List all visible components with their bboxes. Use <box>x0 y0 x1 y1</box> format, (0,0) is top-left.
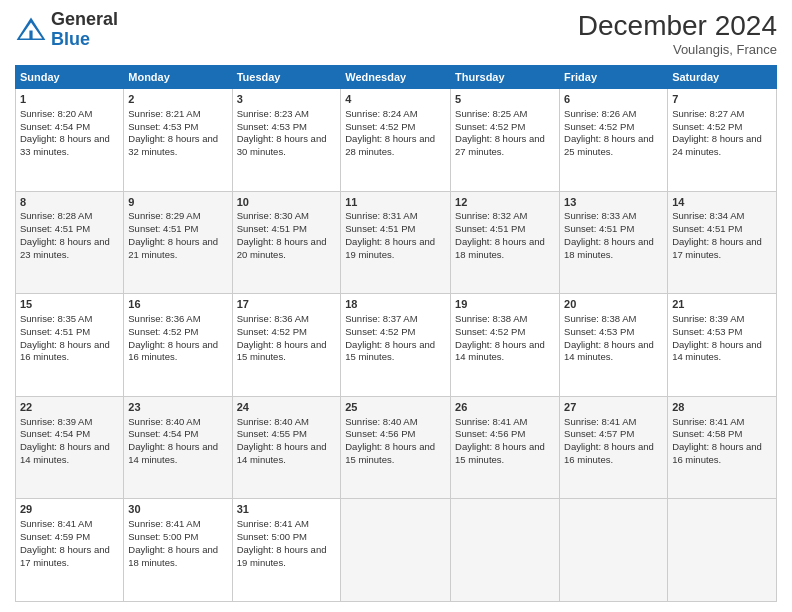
sunrise-text: Sunrise: 8:38 AM <box>564 313 636 324</box>
calendar-cell: 17Sunrise: 8:36 AMSunset: 4:52 PMDayligh… <box>232 294 341 397</box>
sunrise-text: Sunrise: 8:29 AM <box>128 210 200 221</box>
day-number: 17 <box>237 297 337 312</box>
sunrise-text: Sunrise: 8:32 AM <box>455 210 527 221</box>
day-number: 27 <box>564 400 663 415</box>
calendar-cell: 19Sunrise: 8:38 AMSunset: 4:52 PMDayligh… <box>451 294 560 397</box>
day-number: 23 <box>128 400 227 415</box>
calendar-cell: 5Sunrise: 8:25 AMSunset: 4:52 PMDaylight… <box>451 89 560 192</box>
sunset-text: Sunset: 4:52 PM <box>455 121 525 132</box>
calendar-cell <box>451 499 560 602</box>
day-number: 5 <box>455 92 555 107</box>
daylight-text: Daylight: 8 hours and 16 minutes. <box>128 339 218 363</box>
calendar-week-1: 1Sunrise: 8:20 AMSunset: 4:54 PMDaylight… <box>16 89 777 192</box>
sunset-text: Sunset: 4:54 PM <box>128 428 198 439</box>
sunset-text: Sunset: 4:55 PM <box>237 428 307 439</box>
daylight-text: Daylight: 8 hours and 18 minutes. <box>564 236 654 260</box>
calendar-cell: 30Sunrise: 8:41 AMSunset: 5:00 PMDayligh… <box>124 499 232 602</box>
sunset-text: Sunset: 4:51 PM <box>237 223 307 234</box>
daylight-text: Daylight: 8 hours and 15 minutes. <box>345 339 435 363</box>
calendar-cell: 23Sunrise: 8:40 AMSunset: 4:54 PMDayligh… <box>124 396 232 499</box>
day-number: 8 <box>20 195 119 210</box>
calendar-cell: 12Sunrise: 8:32 AMSunset: 4:51 PMDayligh… <box>451 191 560 294</box>
calendar-cell: 16Sunrise: 8:36 AMSunset: 4:52 PMDayligh… <box>124 294 232 397</box>
daylight-text: Daylight: 8 hours and 19 minutes. <box>237 544 327 568</box>
sunset-text: Sunset: 4:59 PM <box>20 531 90 542</box>
daylight-text: Daylight: 8 hours and 16 minutes. <box>672 441 762 465</box>
logo-icon <box>15 16 47 44</box>
day-number: 3 <box>237 92 337 107</box>
sunset-text: Sunset: 4:56 PM <box>455 428 525 439</box>
calendar-cell: 20Sunrise: 8:38 AMSunset: 4:53 PMDayligh… <box>560 294 668 397</box>
day-number: 4 <box>345 92 446 107</box>
calendar-cell: 25Sunrise: 8:40 AMSunset: 4:56 PMDayligh… <box>341 396 451 499</box>
location: Voulangis, France <box>578 42 777 57</box>
daylight-text: Daylight: 8 hours and 16 minutes. <box>20 339 110 363</box>
calendar: Sunday Monday Tuesday Wednesday Thursday… <box>15 65 777 602</box>
day-number: 13 <box>564 195 663 210</box>
daylight-text: Daylight: 8 hours and 20 minutes. <box>237 236 327 260</box>
sunset-text: Sunset: 4:52 PM <box>128 326 198 337</box>
daylight-text: Daylight: 8 hours and 15 minutes. <box>345 441 435 465</box>
sunset-text: Sunset: 5:00 PM <box>128 531 198 542</box>
sunset-text: Sunset: 4:53 PM <box>128 121 198 132</box>
sunrise-text: Sunrise: 8:36 AM <box>128 313 200 324</box>
calendar-week-5: 29Sunrise: 8:41 AMSunset: 4:59 PMDayligh… <box>16 499 777 602</box>
day-number: 1 <box>20 92 119 107</box>
sunset-text: Sunset: 4:51 PM <box>20 326 90 337</box>
daylight-text: Daylight: 8 hours and 14 minutes. <box>237 441 327 465</box>
sunrise-text: Sunrise: 8:34 AM <box>672 210 744 221</box>
day-number: 7 <box>672 92 772 107</box>
daylight-text: Daylight: 8 hours and 14 minutes. <box>564 339 654 363</box>
sunset-text: Sunset: 4:52 PM <box>345 121 415 132</box>
calendar-cell: 26Sunrise: 8:41 AMSunset: 4:56 PMDayligh… <box>451 396 560 499</box>
sunset-text: Sunset: 4:53 PM <box>564 326 634 337</box>
sunrise-text: Sunrise: 8:28 AM <box>20 210 92 221</box>
calendar-cell: 10Sunrise: 8:30 AMSunset: 4:51 PMDayligh… <box>232 191 341 294</box>
daylight-text: Daylight: 8 hours and 23 minutes. <box>20 236 110 260</box>
sunrise-text: Sunrise: 8:20 AM <box>20 108 92 119</box>
sunset-text: Sunset: 4:53 PM <box>237 121 307 132</box>
sunset-text: Sunset: 4:52 PM <box>345 326 415 337</box>
calendar-cell <box>341 499 451 602</box>
sunrise-text: Sunrise: 8:37 AM <box>345 313 417 324</box>
sunset-text: Sunset: 4:57 PM <box>564 428 634 439</box>
daylight-text: Daylight: 8 hours and 14 minutes. <box>455 339 545 363</box>
daylight-text: Daylight: 8 hours and 32 minutes. <box>128 133 218 157</box>
day-number: 15 <box>20 297 119 312</box>
sunset-text: Sunset: 4:51 PM <box>564 223 634 234</box>
sunset-text: Sunset: 4:51 PM <box>20 223 90 234</box>
day-number: 14 <box>672 195 772 210</box>
daylight-text: Daylight: 8 hours and 33 minutes. <box>20 133 110 157</box>
calendar-cell: 14Sunrise: 8:34 AMSunset: 4:51 PMDayligh… <box>668 191 777 294</box>
sunset-text: Sunset: 4:51 PM <box>672 223 742 234</box>
sunrise-text: Sunrise: 8:26 AM <box>564 108 636 119</box>
sunset-text: Sunset: 5:00 PM <box>237 531 307 542</box>
day-number: 24 <box>237 400 337 415</box>
daylight-text: Daylight: 8 hours and 30 minutes. <box>237 133 327 157</box>
daylight-text: Daylight: 8 hours and 27 minutes. <box>455 133 545 157</box>
sunset-text: Sunset: 4:56 PM <box>345 428 415 439</box>
calendar-cell: 28Sunrise: 8:41 AMSunset: 4:58 PMDayligh… <box>668 396 777 499</box>
col-friday: Friday <box>560 66 668 89</box>
calendar-cell: 7Sunrise: 8:27 AMSunset: 4:52 PMDaylight… <box>668 89 777 192</box>
sunset-text: Sunset: 4:53 PM <box>672 326 742 337</box>
calendar-cell: 24Sunrise: 8:40 AMSunset: 4:55 PMDayligh… <box>232 396 341 499</box>
col-tuesday: Tuesday <box>232 66 341 89</box>
sunrise-text: Sunrise: 8:27 AM <box>672 108 744 119</box>
daylight-text: Daylight: 8 hours and 15 minutes. <box>237 339 327 363</box>
daylight-text: Daylight: 8 hours and 16 minutes. <box>564 441 654 465</box>
calendar-week-4: 22Sunrise: 8:39 AMSunset: 4:54 PMDayligh… <box>16 396 777 499</box>
sunset-text: Sunset: 4:51 PM <box>345 223 415 234</box>
sunrise-text: Sunrise: 8:21 AM <box>128 108 200 119</box>
calendar-cell: 3Sunrise: 8:23 AMSunset: 4:53 PMDaylight… <box>232 89 341 192</box>
sunset-text: Sunset: 4:52 PM <box>455 326 525 337</box>
daylight-text: Daylight: 8 hours and 19 minutes. <box>345 236 435 260</box>
month-title: December 2024 <box>578 10 777 42</box>
col-sunday: Sunday <box>16 66 124 89</box>
sunrise-text: Sunrise: 8:25 AM <box>455 108 527 119</box>
sunset-text: Sunset: 4:52 PM <box>672 121 742 132</box>
day-number: 30 <box>128 502 227 517</box>
sunrise-text: Sunrise: 8:40 AM <box>237 416 309 427</box>
calendar-cell: 4Sunrise: 8:24 AMSunset: 4:52 PMDaylight… <box>341 89 451 192</box>
calendar-cell: 2Sunrise: 8:21 AMSunset: 4:53 PMDaylight… <box>124 89 232 192</box>
